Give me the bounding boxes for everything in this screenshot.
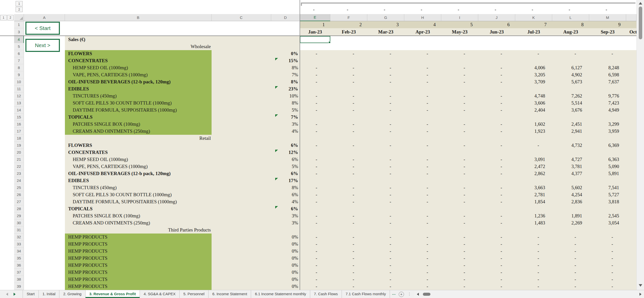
cell-H30[interactable]: - <box>404 219 441 226</box>
cell-L29[interactable]: 1,891 <box>552 212 589 219</box>
cell-D31[interactable] <box>271 226 300 234</box>
cell-C4[interactable] <box>212 36 271 43</box>
cell-N32[interactable] <box>626 234 636 241</box>
cell-H34[interactable]: - <box>404 248 441 255</box>
cell-H23[interactable]: - <box>404 170 441 177</box>
cell-H1[interactable]: 4 <box>404 21 441 28</box>
cell-D30[interactable]: 3% <box>271 219 300 226</box>
cell-H8[interactable]: - <box>404 64 441 71</box>
cell-C35[interactable] <box>212 255 271 262</box>
cell-D37[interactable]: 0% <box>271 269 300 276</box>
cell-D16[interactable]: 3% <box>271 121 300 128</box>
cell-F21[interactable]: - <box>330 156 367 163</box>
cell-F6[interactable]: - <box>330 50 367 57</box>
cell-F29[interactable]: - <box>330 212 367 219</box>
cell-N39[interactable] <box>626 283 636 290</box>
cell-D24[interactable]: 17% <box>271 177 300 184</box>
row-header-15[interactable]: 15 <box>14 114 24 121</box>
cell-L12[interactable]: 7,262 <box>552 92 589 100</box>
cell-N11[interactable] <box>626 85 636 92</box>
cell-B17[interactable]: CREAMS AND OINTMENTS (250mg) <box>65 128 212 135</box>
cell-E10[interactable]: - <box>300 78 330 85</box>
cell-H27[interactable]: - <box>404 198 441 205</box>
cell-C38[interactable] <box>212 276 271 283</box>
cell-K12[interactable]: 4,748 <box>515 92 552 100</box>
cell-I26[interactable]: - <box>441 191 478 198</box>
cell-M35[interactable]: - <box>589 255 626 262</box>
cell-B31[interactable]: Third Parties Products <box>65 226 212 234</box>
cell-N37[interactable] <box>626 269 636 276</box>
cell-F15[interactable] <box>330 114 367 121</box>
cell-I29[interactable]: - <box>441 212 478 219</box>
cell-H32[interactable]: - <box>404 234 441 241</box>
cell-M11[interactable] <box>589 85 626 92</box>
cell-E18[interactable] <box>300 135 330 142</box>
row-header-26[interactable]: 26 <box>14 191 24 198</box>
cell-D8[interactable]: 8% <box>271 64 300 71</box>
column-header-L[interactable]: L <box>552 14 589 21</box>
cell-E19[interactable]: - <box>300 142 330 149</box>
row-header-13[interactable]: 13 <box>14 100 24 107</box>
cell-G13[interactable]: - <box>367 100 404 107</box>
cell-I5[interactable] <box>441 43 478 50</box>
cell-F35[interactable]: - <box>330 255 367 262</box>
cell-L28[interactable] <box>552 205 589 212</box>
cell-K10[interactable]: 3,709 <box>515 78 552 85</box>
column-header-D[interactable]: D <box>271 14 300 21</box>
cell-N20[interactable] <box>626 149 636 156</box>
cell-G17[interactable]: - <box>367 128 404 135</box>
cell-D19[interactable]: 6% <box>271 142 300 149</box>
cell-G14[interactable]: - <box>367 107 404 114</box>
cell-C32[interactable] <box>212 234 271 241</box>
cell-B5[interactable]: Wholesale <box>65 43 212 50</box>
cell-E7[interactable] <box>300 57 330 64</box>
cell-M12[interactable]: 9,776 <box>589 92 626 100</box>
cell-M6[interactable]: - <box>589 50 626 57</box>
cell-A7[interactable] <box>24 57 65 64</box>
cell-K8[interactable]: 4,006 <box>515 64 552 71</box>
cell-B4[interactable]: Sales (€) <box>65 36 212 43</box>
scroll-up-arrow-icon[interactable] <box>639 2 642 5</box>
cell-J36[interactable]: - <box>478 262 515 269</box>
cell-L36[interactable]: - <box>552 262 589 269</box>
vertical-scrollbar[interactable] <box>636 0 644 290</box>
row-header-24[interactable]: 24 <box>14 177 24 184</box>
cell-M33[interactable]: - <box>589 241 626 248</box>
cell-J5[interactable] <box>478 43 515 50</box>
cell-E27[interactable]: - <box>300 198 330 205</box>
cell-L6[interactable]: - <box>552 50 589 57</box>
row-header-22[interactable]: 22 <box>14 163 24 170</box>
cell-G26[interactable]: - <box>367 191 404 198</box>
cell-L21[interactable]: 4,727 <box>552 156 589 163</box>
cell-F39[interactable]: - <box>330 283 367 290</box>
cell-L9[interactable]: 4,902 <box>552 71 589 78</box>
cell-D36[interactable]: 0% <box>271 262 300 269</box>
cell-E16[interactable]: - <box>300 121 330 128</box>
cell-C25[interactable] <box>212 184 271 191</box>
cell-D35[interactable]: 0% <box>271 255 300 262</box>
cell-M31[interactable] <box>589 226 626 234</box>
cell-F11[interactable] <box>330 85 367 92</box>
cell-E29[interactable]: - <box>300 212 330 219</box>
cell-B39[interactable]: HEMP PRODUCTS <box>65 283 212 290</box>
cell-I34[interactable]: - <box>441 248 478 255</box>
cell-C13[interactable] <box>212 100 271 107</box>
cell-G16[interactable]: - <box>367 121 404 128</box>
row-header-20[interactable]: 20 <box>14 149 24 156</box>
cell-E21[interactable]: - <box>300 156 330 163</box>
cell-D22[interactable]: 5% <box>271 163 300 170</box>
cell-A26[interactable] <box>24 191 65 198</box>
row-header-36[interactable]: 36 <box>14 262 24 269</box>
cell-M13[interactable]: 7,423 <box>589 100 626 107</box>
cell-E32[interactable]: - <box>300 234 330 241</box>
cell-L33[interactable]: - <box>552 241 589 248</box>
cell-B7[interactable]: CONCENTRATES <box>65 57 212 64</box>
row-header-29[interactable]: 29 <box>14 212 24 219</box>
cell-B8[interactable]: HEMP SEED OIL (1000mg) <box>65 64 212 71</box>
cell-H20[interactable] <box>404 149 441 156</box>
cell-J6[interactable]: - <box>478 50 515 57</box>
cell-N24[interactable] <box>626 177 636 184</box>
cell-M15[interactable] <box>589 114 626 121</box>
cell-B15[interactable]: TOPICALS <box>65 114 212 121</box>
cell-K15[interactable] <box>515 114 552 121</box>
